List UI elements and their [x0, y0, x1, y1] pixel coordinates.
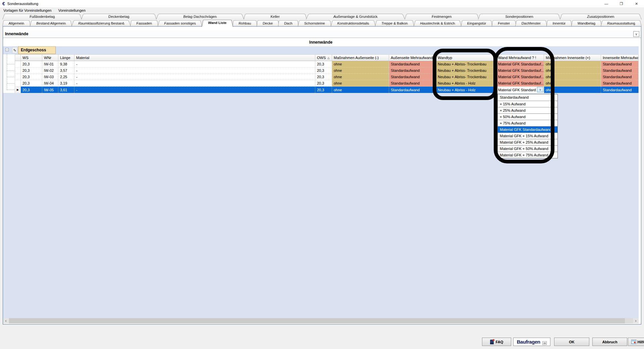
cell-material[interactable]: - [74, 87, 315, 93]
dropdown-option[interactable]: + 75% Aufwand [498, 120, 557, 126]
tab-belag-dachschraegen[interactable]: Belag Dachschrägen [156, 14, 244, 19]
tab-schornsteine[interactable]: Schornsteine [298, 20, 331, 26]
cell-aussenseite-mehraufwand[interactable]: Standardaufwand [389, 61, 436, 67]
scroll-right-button[interactable]: › [633, 318, 639, 323]
dropdown-option[interactable]: Material GFK + 25% Aufwand [498, 139, 557, 145]
dropdown-option[interactable]: + 25% Aufwand [498, 107, 557, 113]
cell-wnr[interactable]: IW-04 [42, 80, 58, 87]
tab-fussbodenbelag[interactable]: Fußbodenbelag [2, 14, 82, 19]
table-row-iw04[interactable]: 20,3 IW-04 3,19 - 20,3 ohne Standardaufw… [15, 80, 639, 87]
cell-laenge[interactable]: 3,57 [58, 67, 74, 74]
cell-ws[interactable]: 20,3 [21, 87, 42, 93]
cell-wandtyp[interactable]: Neubau + Abriss- Trockenbau [436, 74, 496, 80]
row-selector[interactable] [15, 67, 21, 74]
scroll-left-button[interactable]: ‹ [3, 318, 9, 323]
baufragen-logo-button[interactable]: Baufragende [513, 338, 550, 346]
restore-button[interactable]: ❐ [614, 0, 629, 7]
tab-fassaden[interactable]: Fassaden [130, 20, 158, 26]
cell-wand-mehraufwand[interactable]: Material GFK Standardauf... [496, 67, 544, 74]
hilfe-button[interactable]: Hilfe [628, 338, 644, 346]
row-selector-current[interactable]: ▶ [15, 87, 21, 93]
table-row-iw05-selected[interactable]: ▶ 20,3 IW-05 3,61 - 20,3 ohne Standardau… [15, 87, 639, 93]
category-selector-bar[interactable]: Innenwände ∨ [3, 30, 641, 38]
cell-wandtyp[interactable]: Neubau + Abriss- Trockenbau [436, 67, 496, 74]
tab-fenster[interactable]: Fenster [492, 20, 516, 26]
ok-button[interactable]: OK [554, 338, 589, 346]
cell-ows[interactable]: 20,3 [315, 80, 332, 87]
dropdown-option[interactable]: Standardaufwand [498, 94, 557, 101]
cell-material[interactable]: - [74, 80, 315, 87]
table-row-iw02[interactable]: 20,3 IW-02 3,57 - 20,3 ohne Standardaufw… [15, 67, 639, 74]
cell-innenseite-mehraufwand[interactable]: Standardaufwand [601, 74, 639, 80]
tab-eingangstuer[interactable]: Eingangstür [461, 20, 492, 26]
minimize-button[interactable]: — [599, 0, 614, 7]
header-ows[interactable]: OWS△ [315, 54, 332, 61]
header-wnr[interactable]: WNr [42, 54, 58, 61]
cell-laenge[interactable]: 3,61 [58, 87, 74, 93]
dropdown-option[interactable]: + 15% Aufwand [498, 101, 557, 107]
cell-massnahmen-innenseite[interactable]: ohne [544, 61, 601, 67]
cell-innenseite-mehraufwand[interactable]: Standardaufwand [601, 87, 639, 93]
cell-innenseite-mehraufwand[interactable]: Standardaufwand [601, 80, 639, 87]
wand-mehraufwand-combobox[interactable]: Material GFK Standard... ∨ [496, 87, 544, 93]
edit-icon[interactable]: ✎ [12, 47, 17, 53]
tab-keller[interactable]: Keller [244, 14, 307, 19]
combobox-dropdown-button[interactable]: ∨ [537, 87, 543, 92]
tab-raumausstattung[interactable]: Raumausstattung [601, 20, 642, 26]
cell-wandtyp[interactable]: Neubau + Abriss - Holz [436, 87, 496, 93]
cell-ws[interactable]: 20,3 [21, 67, 42, 74]
cell-ws[interactable]: 20,3 [21, 74, 42, 80]
row-selector[interactable] [15, 80, 21, 87]
cell-massnahmen-innenseite[interactable]: ohne [544, 87, 601, 93]
tab-treppe-balkon[interactable]: Treppe & Balkon [375, 20, 414, 26]
menu-vorlagen-fuer-voreinstellungen[interactable]: Vorlagen für Voreinstellungen [0, 7, 55, 13]
header-wandtyp[interactable]: Wandtyp [436, 54, 496, 61]
dropdown-option-selected[interactable]: Material GFK Standardaufwand [498, 126, 557, 133]
cell-innenseite-mehraufwand[interactable]: Standardaufwand [601, 67, 639, 74]
cell-massnahmen-aussenseite[interactable]: ohne [332, 67, 389, 74]
cell-wandtyp[interactable]: Neubau + Abriss - Holz [436, 80, 496, 87]
tab-bestand-allgemein[interactable]: Bestand Allgemein [30, 20, 72, 26]
row-selector[interactable] [15, 74, 21, 80]
cell-wnr[interactable]: IW-02 [42, 67, 58, 74]
header-innenseite-mehraufwand[interactable]: Innenseite Mehraufwand [601, 54, 639, 61]
cell-wandtyp[interactable]: Neubau + Abriss- Trockenbau [436, 61, 496, 67]
tab-dachfenster[interactable]: Dachfenster [515, 20, 547, 26]
cell-wnr[interactable]: IW-05 [42, 87, 58, 93]
row-selector[interactable] [15, 61, 21, 67]
dropdown-option[interactable]: + 50% Aufwand [498, 113, 557, 120]
tab-dach[interactable]: Dach [278, 20, 299, 26]
tab-raumklassifizierung-bestand[interactable]: Raumklassifizierung Bestand [71, 20, 131, 26]
cell-aussenseite-mehraufwand[interactable]: Standardaufwand [389, 80, 436, 87]
cell-laenge[interactable]: 9,38 [58, 61, 74, 67]
cell-aussenseite-mehraufwand[interactable]: Standardaufwand [389, 74, 436, 80]
tab-allgemein[interactable]: Allgemein [2, 20, 31, 26]
cell-wnr[interactable]: IW-03 [42, 74, 58, 80]
cell-wnr[interactable]: IW-01 [42, 61, 58, 67]
tab-festmengen[interactable]: Festmengen [405, 14, 479, 19]
scrollbar-thumb[interactable] [9, 318, 625, 323]
header-massnahmen-innenseite[interactable]: Maßnahmen Innenseite (+) [544, 54, 601, 61]
tab-deckenbelag[interactable]: Deckenbelag [81, 14, 157, 19]
tab-aussenanlage-grundstueck[interactable]: Außenanlage & Grundstück [306, 14, 405, 19]
cell-massnahmen-innenseite[interactable]: ohne [544, 67, 601, 74]
header-material[interactable]: Material [74, 54, 315, 61]
dropdown-option[interactable]: Material GFK + 15% Aufwand [498, 133, 557, 139]
tab-decke[interactable]: Decke [257, 20, 279, 26]
cell-laenge[interactable]: 2,25 [58, 74, 74, 80]
faq-button[interactable]: FAQ [482, 338, 511, 346]
cell-material[interactable]: - [74, 67, 315, 74]
tab-wand-liste[interactable]: Wand Liste [202, 20, 233, 27]
table-row-iw01[interactable]: 20,3 IW-01 9,38 - 20,3 ohne Standardaufw… [15, 61, 639, 67]
category-dropdown-button[interactable]: ∨ [633, 31, 639, 37]
cell-aussenseite-mehraufwand[interactable]: Standardaufwand [389, 87, 436, 93]
cell-massnahmen-innenseite[interactable]: ohne [544, 80, 601, 87]
header-ws[interactable]: WS [21, 54, 42, 61]
cell-material[interactable]: - [74, 61, 315, 67]
tab-sonderpositionen[interactable]: Sonderpositionen [478, 14, 560, 19]
dropdown-option[interactable]: Material GFK + 75% Aufwand [498, 152, 557, 158]
cell-innenseite-mehraufwand[interactable]: Standardaufwand [601, 61, 639, 67]
tab-fassaden-sonstiges[interactable]: Fassaden sonstiges [158, 20, 202, 26]
cell-massnahmen-aussenseite[interactable]: ohne [332, 87, 389, 93]
group-label-erdgeschoss[interactable]: Erdgeschoss [18, 46, 56, 54]
